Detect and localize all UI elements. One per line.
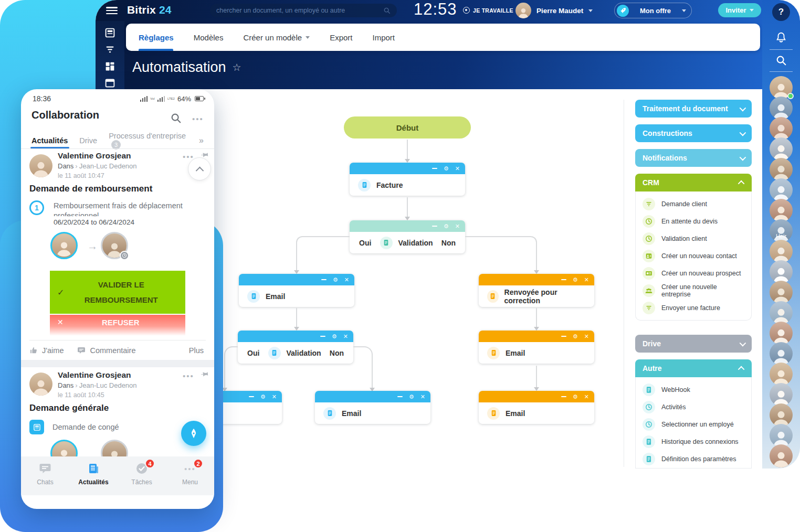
avatar[interactable]: [770, 444, 793, 467]
panel-section-notifications[interactable]: Notifications: [635, 149, 752, 167]
requester-avatar[interactable]: [50, 232, 78, 259]
post-author[interactable]: Valentine Grosjean: [58, 151, 131, 161]
branch-no-label[interactable]: Non: [441, 239, 456, 247]
tab-reglages[interactable]: Règlages: [139, 33, 174, 42]
list-item-attente-devis[interactable]: En attente du devis: [636, 212, 751, 230]
close-icon[interactable]: ✕: [344, 277, 349, 283]
tab-export[interactable]: Export: [330, 33, 352, 42]
minimize-icon[interactable]: [320, 336, 325, 337]
bitrix-logo[interactable]: Bitrix 24: [127, 4, 172, 16]
notifications-bell-icon[interactable]: [775, 31, 787, 43]
avatar[interactable]: [770, 178, 793, 201]
tab-actualites[interactable]: Actualités: [31, 136, 68, 145]
branch-yes-label[interactable]: Oui: [247, 349, 259, 357]
nav-menu[interactable]: ••• Menu 2: [166, 456, 214, 495]
minimize-icon[interactable]: [561, 279, 566, 280]
flow-block-validation-1[interactable]: ⚙✕ Oui Validation Non: [350, 220, 465, 253]
process-item-text[interactable]: Remboursement frais de déplacement profe…: [54, 201, 195, 216]
list-item-nouveau-prospect[interactable]: Créer un nouveau prospect: [636, 264, 751, 282]
search-icon[interactable]: [170, 112, 182, 124]
panel-section-traitement[interactable]: Traitement du document: [635, 100, 752, 118]
minimize-icon[interactable]: [432, 168, 437, 169]
close-icon[interactable]: ✕: [272, 394, 277, 400]
panel-section-drive[interactable]: Drive: [635, 335, 752, 353]
avatar[interactable]: [770, 281, 793, 304]
avatar[interactable]: [770, 117, 793, 140]
collapse-post-button[interactable]: [188, 157, 211, 180]
avatar[interactable]: [770, 363, 793, 386]
gear-icon[interactable]: ⚙: [573, 334, 578, 339]
list-item-nouvelle-entreprise[interactable]: Créer une nouvelle entreprise: [636, 282, 751, 299]
window-icon[interactable]: [104, 78, 115, 89]
avatar[interactable]: [770, 301, 793, 324]
flow-block-email-orange-1[interactable]: ⚙✕ Email: [479, 331, 594, 364]
gear-icon[interactable]: ⚙: [260, 394, 266, 400]
gear-icon[interactable]: ⚙: [409, 394, 414, 400]
offer-button[interactable]: Mon offre: [614, 3, 692, 18]
avatar[interactable]: [770, 260, 793, 283]
flow-block-renvoyee[interactable]: ⚙✕ Renvoyée pour correction: [479, 274, 594, 307]
flow-block-facture[interactable]: ⚙✕ Facture: [350, 163, 465, 196]
list-item-definition-parametres[interactable]: Définition des paramètres: [636, 450, 751, 467]
invite-button[interactable]: Inviter: [718, 3, 761, 17]
minimize-icon[interactable]: [249, 396, 254, 397]
flow-block-email-1[interactable]: ⚙✕ Email: [239, 274, 354, 307]
close-icon[interactable]: ✕: [584, 394, 589, 400]
list-item-nouveau-contact[interactable]: Créer un nouveau contact: [636, 247, 751, 264]
close-icon[interactable]: ✕: [420, 394, 425, 400]
nav-chats[interactable]: Chats: [21, 456, 69, 495]
branch-no-label[interactable]: Non: [330, 349, 344, 357]
list-item-validation-client[interactable]: Validation client: [636, 230, 751, 247]
more-menu-icon[interactable]: •••: [192, 114, 204, 123]
avatar[interactable]: [29, 154, 52, 177]
like-button[interactable]: J'aime: [29, 346, 64, 355]
compose-fab[interactable]: [181, 421, 206, 446]
menu-hamburger-icon[interactable]: [106, 7, 118, 14]
minimize-icon[interactable]: [397, 396, 403, 397]
avatar[interactable]: [770, 158, 793, 181]
minimize-icon[interactable]: [561, 396, 566, 397]
tab-creer-modele[interactable]: Créer un modèle: [243, 33, 310, 42]
branch-yes-label[interactable]: Oui: [359, 239, 371, 247]
clock-display[interactable]: 12:53: [414, 0, 457, 19]
nav-taches[interactable]: Tâches 4: [118, 456, 166, 495]
close-icon[interactable]: ✕: [455, 224, 460, 229]
panel-section-autre[interactable]: Autre: [635, 359, 752, 377]
minimize-icon[interactable]: [561, 336, 566, 337]
gear-icon[interactable]: ⚙: [333, 277, 338, 283]
minimize-icon[interactable]: [432, 226, 437, 227]
favorite-star-icon[interactable]: ☆: [233, 61, 241, 73]
apps-grid-icon[interactable]: [104, 61, 115, 72]
panel-section-constructions[interactable]: Constructions: [635, 124, 752, 142]
tab-modeles[interactable]: Modèles: [194, 33, 224, 42]
work-status-toggle[interactable]: JE TRAVAILLE: [463, 7, 513, 14]
avatar[interactable]: [770, 199, 793, 222]
flow-block-email-orange-2[interactable]: ⚙✕ Email: [479, 391, 594, 424]
avatar[interactable]: [770, 342, 793, 365]
close-icon[interactable]: ✕: [584, 334, 589, 339]
avatar[interactable]: [770, 322, 793, 345]
help-button[interactable]: ?: [772, 3, 790, 21]
avatar[interactable]: [770, 424, 793, 447]
avatar[interactable]: [770, 97, 793, 120]
more-button[interactable]: Plus: [189, 346, 204, 355]
search-icon[interactable]: [775, 55, 787, 66]
comment-button[interactable]: Commentaire: [77, 346, 135, 355]
list-item-webhook[interactable]: WebHook: [636, 381, 751, 398]
tab-processus[interactable]: Processus d'entreprise3: [109, 132, 187, 150]
gear-icon[interactable]: ⚙: [573, 277, 578, 283]
process-item-text[interactable]: Demande de congé: [52, 422, 119, 432]
list-item-selectionner-employe[interactable]: Selectionner un employé: [636, 416, 751, 433]
minimize-icon[interactable]: [321, 279, 327, 280]
close-icon[interactable]: ✕: [455, 166, 460, 172]
scope-target[interactable]: Jean-Luc Dedenon: [79, 381, 137, 389]
avatar[interactable]: [770, 403, 793, 427]
list-item-envoyer-facture[interactable]: Envoyer une facture: [636, 299, 751, 316]
post-author[interactable]: Valentine Grosjean: [58, 370, 131, 380]
approve-button[interactable]: ✓ VALIDER LE REMBOURSEMENT: [50, 271, 185, 314]
avatar[interactable]: [770, 137, 793, 161]
flow-block-email-2[interactable]: ⚙✕ Email: [315, 391, 430, 424]
close-icon[interactable]: ✕: [584, 277, 589, 283]
panel-section-crm[interactable]: CRM: [635, 174, 752, 191]
nav-actualites[interactable]: Actualités: [69, 456, 118, 495]
